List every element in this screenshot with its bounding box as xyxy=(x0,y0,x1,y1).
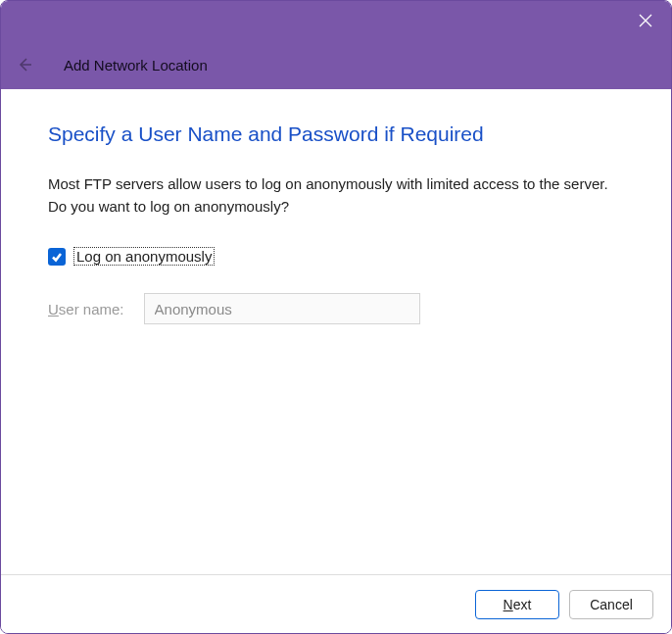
dialog-window: Add Network Location Specify a User Name… xyxy=(0,0,672,634)
username-input[interactable] xyxy=(144,293,420,324)
content-area: Specify a User Name and Password if Requ… xyxy=(1,89,671,574)
header-title: Add Network Location xyxy=(64,57,208,73)
page-heading: Specify a User Name and Password if Requ… xyxy=(48,122,624,146)
next-button[interactable]: Next xyxy=(475,590,559,619)
username-label: User name: xyxy=(48,301,124,317)
titlebar xyxy=(1,1,671,40)
close-icon[interactable] xyxy=(636,11,655,30)
footer-bar: Next Cancel xyxy=(1,574,671,633)
back-arrow-icon xyxy=(13,53,36,76)
description-text: Most FTP servers allow users to log on a… xyxy=(48,173,624,218)
cancel-button[interactable]: Cancel xyxy=(569,590,653,619)
username-row: User name: xyxy=(48,293,624,324)
anonymous-checkbox[interactable] xyxy=(48,248,66,266)
anonymous-checkbox-label[interactable]: Log on anonymously xyxy=(73,247,215,266)
header-bar: Add Network Location xyxy=(1,40,671,89)
anonymous-checkbox-row: Log on anonymously xyxy=(48,247,624,266)
